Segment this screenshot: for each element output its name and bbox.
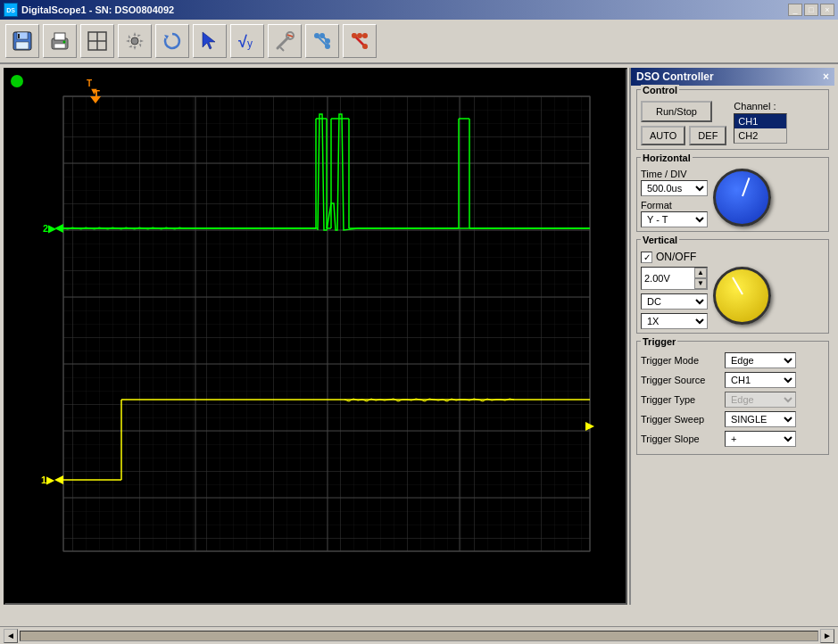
horizontal-section: Horizontal Time / DIV 500.0us 100ns 1.0m… [636, 157, 829, 232]
close-button[interactable]: × [820, 4, 834, 16]
svg-point-30 [357, 33, 362, 38]
probe-select[interactable]: 1X 10X 100X [641, 313, 708, 329]
scrollbar-track[interactable] [20, 631, 818, 641]
vertical-knob[interactable] [713, 267, 771, 325]
vertical-controls: 2.00V ▲ ▼ DC AC GND 1X [641, 267, 708, 329]
scope-display: T [4, 68, 627, 605]
onoff-checkbox[interactable]: ✓ [641, 252, 652, 263]
dso-panel-title: DSO Controller [636, 70, 714, 83]
svg-text:√: √ [238, 33, 247, 51]
horizontal-knob[interactable] [713, 169, 771, 227]
svg-point-27 [352, 33, 357, 38]
control-section: Control Run/Stop AUTO DEF Channel : CH1 … [636, 89, 829, 150]
svg-point-28 [362, 44, 368, 49]
volt-up-button[interactable]: ▲ [694, 268, 707, 278]
svg-point-29 [362, 33, 368, 38]
svg-text:y: y [247, 37, 253, 50]
def-button[interactable]: DEF [689, 126, 726, 145]
trigger-slope-select[interactable]: + - [725, 431, 796, 447]
trigger-sweep-label: Trigger Sweep [641, 414, 721, 425]
svg-line-19 [280, 47, 284, 51]
trigger-mode-select[interactable]: Edge Pulse Video [725, 352, 796, 368]
trigger-type-label: Trigger Type [641, 394, 721, 405]
channel-selector: Channel : CH1 CH2 [734, 101, 787, 144]
cursor-button[interactable] [193, 24, 227, 58]
trigger-marker-label: T [87, 78, 92, 88]
control-buttons: Run/Stop AUTO DEF [641, 101, 726, 145]
tools-button[interactable] [268, 24, 302, 58]
title-bar: DS DigitalScope1 - SN: DSO0804092 _ □ × [0, 0, 838, 20]
scroll-right-button[interactable]: ► [820, 629, 834, 643]
svg-point-7 [63, 41, 66, 44]
control-section-label: Control [641, 85, 679, 95]
maximize-button[interactable]: □ [804, 4, 818, 16]
onoff-label: ON/OFF [656, 251, 696, 263]
connect-button[interactable] [305, 24, 339, 58]
format-label: Format [641, 200, 708, 211]
volt-value: 2.00V [642, 272, 694, 285]
svg-rect-3 [18, 34, 20, 38]
svg-text:1▶: 1▶ [41, 475, 55, 485]
coupling-select[interactable]: DC AC GND [641, 293, 708, 310]
svg-text:2▶: 2▶ [43, 223, 57, 234]
channel-list: CH1 CH2 [734, 113, 787, 144]
svg-point-25 [325, 38, 330, 44]
print-button[interactable] [43, 24, 77, 58]
volt-spinner: 2.00V ▲ ▼ [641, 267, 708, 290]
svg-marker-65 [54, 224, 63, 233]
spinner-buttons: ▲ ▼ [694, 268, 707, 289]
window-title: DigitalScope1 - SN: DSO0804092 [21, 4, 788, 15]
dso-panel: DSO Controller × Control Run/Stop AUTO D… [629, 68, 834, 605]
run-stop-button[interactable]: Run/Stop [641, 101, 712, 122]
channel-label: Channel : [734, 101, 787, 111]
trigger-mode-label: Trigger Mode [641, 355, 721, 366]
dso-panel-close[interactable]: × [823, 70, 829, 83]
time-div-label: Time / DIV [641, 169, 708, 179]
scroll-left-button[interactable]: ◄ [4, 629, 18, 643]
main-content: T [0, 64, 838, 608]
dso-panel-title-bar: DSO Controller × [631, 68, 834, 86]
svg-marker-13 [203, 32, 215, 49]
time-div-select[interactable]: 500.0us 100ns 1.0ms [641, 180, 708, 196]
window-controls: _ □ × [788, 4, 834, 16]
volt-down-button[interactable]: ▼ [694, 278, 707, 289]
disconnect-button[interactable] [343, 24, 377, 58]
horizontal-controls: Time / DIV 500.0us 100ns 1.0ms Format [641, 169, 708, 227]
vertical-section: Vertical ✓ ON/OFF 2.00V ▲ ▼ [636, 239, 829, 334]
svg-marker-63 [54, 475, 63, 484]
vertical-knob-indicator [732, 277, 743, 294]
trigger-type-select[interactable]: Edge [725, 392, 796, 408]
svg-rect-6 [54, 44, 65, 48]
status-bar: ◄ ► [0, 626, 838, 644]
toolbar: √y [0, 20, 838, 64]
trigger-section: Trigger Trigger Mode Edge Pulse Video Tr… [636, 341, 829, 455]
channel-ch2[interactable]: CH2 [734, 128, 786, 143]
trigger-sweep-select[interactable]: SINGLE AUTO NORMAL [725, 411, 796, 427]
math-button[interactable]: √y [230, 24, 264, 58]
settings-button[interactable] [118, 24, 152, 58]
horizontal-section-label: Horizontal [641, 153, 693, 163]
layout-button[interactable] [80, 24, 114, 58]
status-led [11, 75, 23, 87]
save-button[interactable] [5, 24, 39, 58]
vertical-section-label: Vertical [641, 235, 679, 245]
format-select[interactable]: Y - T X - Y [641, 211, 708, 227]
channel-ch1[interactable]: CH1 [734, 114, 786, 128]
minimize-button[interactable]: _ [788, 4, 802, 16]
svg-point-11 [131, 37, 138, 45]
trigger-source-label: Trigger Source [641, 375, 721, 385]
trigger-slope-label: Trigger Slope [641, 433, 721, 444]
refresh-button[interactable] [155, 24, 189, 58]
scope-canvas: 1▶ 2▶ [5, 70, 626, 603]
svg-rect-2 [16, 42, 29, 49]
app-icon: DS [4, 3, 18, 17]
svg-rect-5 [54, 33, 65, 40]
trigger-source-select[interactable]: CH1 CH2 EXT [725, 372, 796, 388]
horizontal-knob-indicator [742, 178, 750, 196]
auto-button[interactable]: AUTO [641, 126, 685, 145]
trigger-section-label: Trigger [641, 336, 677, 347]
svg-line-16 [278, 37, 288, 48]
